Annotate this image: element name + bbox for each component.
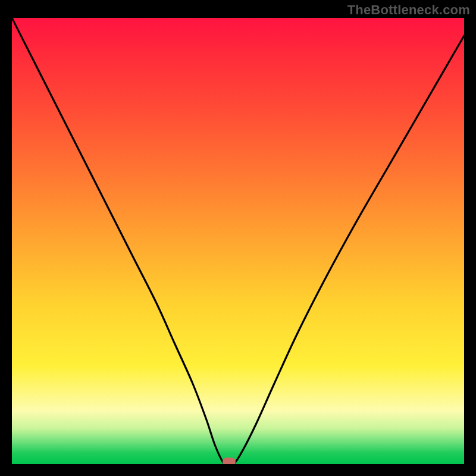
minimum-marker (223, 458, 236, 464)
bottleneck-curve (12, 18, 464, 464)
plot-area (12, 18, 464, 464)
chart-frame: TheBottleneck.com (0, 0, 476, 476)
watermark-text: TheBottleneck.com (347, 2, 470, 18)
